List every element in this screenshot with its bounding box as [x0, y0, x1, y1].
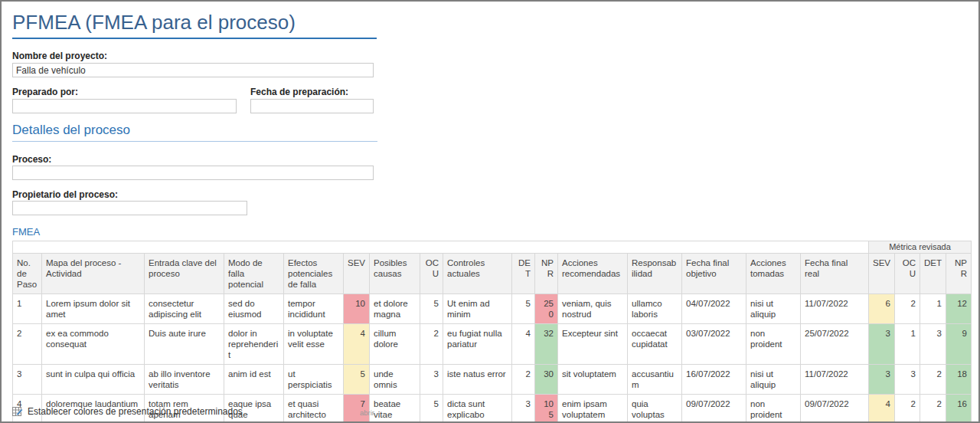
cell-actual_date[interactable]: 09/07/2022 [801, 395, 869, 423]
fmea-section-title: FMEA [12, 226, 40, 238]
cell-activity[interactable]: Lorem ipsum dolor sit amet [42, 294, 145, 324]
cell-ocu[interactable]: 3 [420, 365, 443, 395]
cell-ocu[interactable]: 5 [420, 294, 443, 324]
cell-npr[interactable]: 105 [535, 395, 558, 423]
cell-failure_mode[interactable]: anim id est [224, 365, 284, 395]
cell-rev_det[interactable]: 3 [920, 324, 946, 365]
cell-controls[interactable]: iste natus error [443, 365, 512, 395]
cell-activity[interactable]: ex ea commodo consequat [42, 324, 145, 365]
cell-key_input[interactable]: consectetur adipiscing elit [145, 294, 224, 324]
cell-sev[interactable]: 5 [344, 365, 370, 395]
cell-actual_date[interactable]: 11/07/2022 [801, 365, 869, 395]
cell-rev_npr[interactable]: 16 [946, 395, 972, 423]
cell-rev_sev[interactable]: 4 [869, 395, 895, 423]
cell-target_date[interactable]: 16/07/2022 [682, 365, 746, 395]
process-input[interactable] [12, 166, 374, 180]
column-header-actions_taken: Acciones tomadas [746, 254, 801, 294]
cell-actual_date[interactable]: 25/07/2022 [801, 324, 869, 365]
column-header-rev_det: DET [920, 254, 946, 294]
column-header-det: DET [512, 254, 535, 294]
column-header-controls: Controles actuales [443, 254, 512, 294]
cell-actions[interactable]: veniam, quis nostrud [558, 294, 628, 324]
cell-rev_ocu[interactable]: 1 [895, 324, 920, 365]
cell-rev_ocu[interactable]: 3 [895, 365, 920, 395]
cell-det[interactable]: 4 [512, 324, 535, 365]
cell-rev_ocu[interactable]: 2 [895, 294, 920, 324]
pfmea-page: PFMEA (FMEA para el proceso) Nombre del … [0, 0, 980, 423]
cell-activity[interactable]: sunt in culpa qui officia [42, 365, 145, 395]
cell-rev_det[interactable]: 2 [920, 395, 946, 423]
cell-no[interactable]: 2 [13, 324, 42, 365]
cell-npr[interactable]: 30 [535, 365, 558, 395]
process-owner-input[interactable] [12, 201, 247, 215]
cell-key_input[interactable]: ab illo inventore veritatis [145, 365, 224, 395]
cell-actions_taken[interactable]: nisi ut aliquip [746, 294, 801, 324]
column-header-no: No. de Paso [13, 254, 42, 294]
cell-sev[interactable]: 4 [344, 324, 370, 365]
set-default-colors-label: Establecer colores de presentación prede… [28, 406, 243, 417]
cell-resp[interactable]: ullamco laboris [628, 294, 682, 324]
cell-causes[interactable]: cillum dolore [370, 324, 420, 365]
cell-key_input[interactable]: Duis aute irure [145, 324, 224, 365]
cell-controls[interactable]: dicta sunt explicabo [443, 395, 512, 423]
column-header-target_date: Fecha final objetivo [682, 254, 746, 294]
cell-rev_ocu[interactable]: 2 [895, 395, 920, 423]
project-name-input[interactable] [12, 63, 374, 77]
cell-det[interactable]: 2 [512, 365, 535, 395]
column-header-row: No. de PasoMapa del proceso - ActividadE… [13, 254, 972, 294]
cell-sev[interactable]: 10 [344, 294, 370, 324]
cell-effects[interactable]: et quasi architecto [284, 395, 344, 423]
fmea-table: Métrica revisadaNo. de PasoMapa del proc… [12, 241, 972, 423]
cell-controls[interactable]: eu fugiat nulla pariatur [443, 324, 512, 365]
table-row: 2ex ea commodo consequatDuis aute irured… [13, 324, 972, 365]
edit-table-icon [12, 406, 23, 417]
cell-effects[interactable]: tempor incididunt [284, 294, 344, 324]
cell-effects[interactable]: ut perspiciatis [284, 365, 344, 395]
cell-ocu[interactable]: 5 [420, 395, 443, 423]
cell-rev_npr[interactable]: 12 [946, 294, 972, 324]
prepared-by-label: Preparado por: [12, 87, 78, 97]
cell-target_date[interactable]: 09/07/2022 [682, 395, 746, 423]
cell-controls[interactable]: Ut enim ad minim [443, 294, 512, 324]
cell-failure_mode[interactable]: dolor in reprehenderit [224, 324, 284, 365]
cell-no[interactable]: 1 [13, 294, 42, 324]
cell-npr[interactable]: 250 [535, 294, 558, 324]
set-default-colors-button[interactable]: Establecer colores de presentación prede… [12, 406, 243, 417]
cell-effects[interactable]: in voluptate velit esse [284, 324, 344, 365]
cell-actions_taken[interactable]: nisi ut aliquip [746, 365, 801, 395]
cell-causes[interactable]: unde omnis [370, 365, 420, 395]
cell-ocu[interactable]: 2 [420, 324, 443, 365]
cell-causes[interactable]: beatae vitae [370, 395, 420, 423]
cell-resp[interactable]: occaecat cupidatat [628, 324, 682, 365]
cell-target_date[interactable]: 04/07/2022 [682, 294, 746, 324]
cell-resp[interactable]: accusantium [628, 365, 682, 395]
cell-failure_mode[interactable]: sed do eiusmod [224, 294, 284, 324]
cell-actual_date[interactable]: 11/07/2022 [801, 294, 869, 324]
cell-det[interactable]: 5 [512, 294, 535, 324]
cell-target_date[interactable]: 03/07/2022 [682, 324, 746, 365]
process-details-title: Detalles del proceso [12, 123, 130, 138]
cell-actions[interactable]: enim ipsam voluptatem [558, 395, 628, 423]
cell-rev_sev[interactable]: 6 [869, 294, 895, 324]
cell-rev_det[interactable]: 2 [920, 365, 946, 395]
cell-rev_sev[interactable]: 3 [869, 324, 895, 365]
cell-det[interactable]: 3 [512, 395, 535, 423]
column-header-effects: Efectos potenciales de falla [284, 254, 344, 294]
cell-rev_sev[interactable]: 3 [869, 365, 895, 395]
cell-actions_taken[interactable]: non proident [746, 324, 801, 365]
cell-rev_npr[interactable]: 18 [946, 365, 972, 395]
prep-date-input[interactable] [250, 99, 374, 113]
cell-resp[interactable]: quia voluptas [628, 395, 682, 423]
prepared-by-input[interactable] [12, 99, 237, 113]
cell-actions_taken[interactable]: non proident [746, 395, 801, 423]
column-header-rev_npr: NPR [946, 254, 972, 294]
cell-actions[interactable]: sit voluptatem [558, 365, 628, 395]
cell-no[interactable]: 3 [13, 365, 42, 395]
cell-causes[interactable]: et dolore magna [370, 294, 420, 324]
cell-rev_det[interactable]: 1 [920, 294, 946, 324]
cell-actions[interactable]: Excepteur sint [558, 324, 628, 365]
cell-rev_npr[interactable]: 9 [946, 324, 972, 365]
cell-npr[interactable]: 32 [535, 324, 558, 365]
open-link[interactable]: abrir [360, 408, 374, 417]
prep-date-label: Fecha de preparación: [250, 87, 348, 97]
